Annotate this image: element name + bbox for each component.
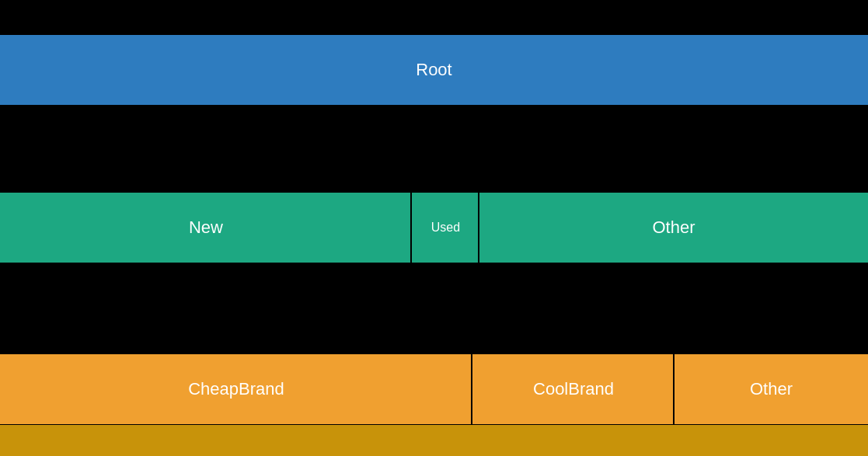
other-bottom-label: Other: [750, 379, 793, 399]
orange-divider-1: [471, 354, 472, 424]
teal-divider-2: [478, 193, 479, 263]
other-mid-label: Other: [652, 218, 695, 238]
used-node: Used: [412, 193, 479, 263]
teal-divider-1: [410, 193, 412, 263]
orange-divider-2: [673, 354, 675, 424]
coolbrand-label: CoolBrand: [533, 379, 614, 399]
root-label: Root: [416, 60, 451, 80]
used-label: Used: [431, 221, 460, 235]
other-bottom-node: Other: [675, 354, 868, 424]
new-node: New: [0, 193, 412, 263]
new-label: New: [189, 218, 223, 238]
other-mid-node: Other: [479, 193, 868, 263]
coolbrand-node: CoolBrand: [472, 354, 675, 424]
cheapbrand-node: CheapBrand: [0, 354, 472, 424]
bottom-bar: [0, 425, 868, 456]
cheapbrand-label: CheapBrand: [188, 379, 284, 399]
root-node: Root: [0, 35, 868, 105]
